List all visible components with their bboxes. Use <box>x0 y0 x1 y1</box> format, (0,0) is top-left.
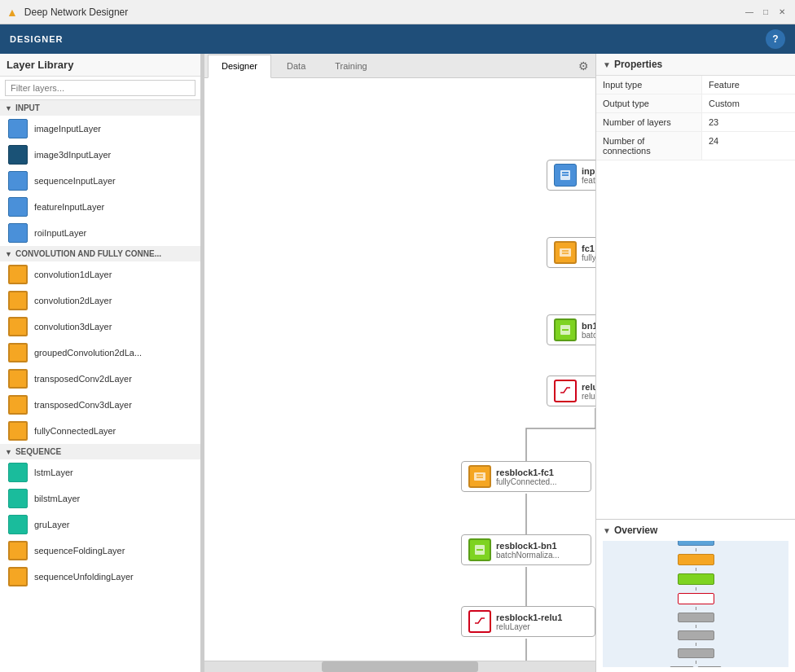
scrollbar-thumb[interactable] <box>322 661 478 672</box>
node-resblock1-fc1[interactable]: resblock1-fc1 fullyConnected... <box>461 461 591 492</box>
overview-triangle-icon: ▼ <box>603 526 611 535</box>
resblock1-fc1-node-icon <box>468 465 491 488</box>
tab-data[interactable]: Data <box>273 54 319 77</box>
sequenceUnfoldingLayer-icon <box>8 567 28 586</box>
transposedConv2dLayer-icon <box>8 369 28 389</box>
sidebar-item-gruLayer[interactable]: gruLayer <box>0 512 200 538</box>
properties-title: Properties <box>614 59 662 70</box>
bn1-node-type: batchNormaliza... <box>582 331 595 340</box>
section-sequence-label: SEQUENCE <box>15 447 61 456</box>
sidebar-item-sequenceUnfoldingLayer[interactable]: sequenceUnfoldingLayer <box>0 564 200 590</box>
tab-designer[interactable]: Designer <box>208 55 271 78</box>
sidebar-item-convolution3dLayer[interactable]: convolution3dLayer <box>0 314 200 340</box>
minimize-button[interactable]: — <box>743 6 756 19</box>
bn1-node-text: bn1 batchNormaliza... <box>582 321 595 340</box>
mini-node-3 <box>678 573 714 585</box>
properties-header: ▼ Properties <box>596 54 795 76</box>
prop-key-num-layers: Number of layers <box>596 113 702 131</box>
help-button[interactable]: ? <box>766 29 785 49</box>
main-toolbar: DESIGNER ? <box>0 24 795 54</box>
prop-key-input-type: Input type <box>596 76 702 94</box>
mini-row <box>670 666 722 668</box>
sidebar-item-transposedConv3dLayer[interactable]: transposedConv3dLayer <box>0 392 200 418</box>
maximize-button[interactable]: □ <box>759 6 772 19</box>
input-node-name: input <box>582 166 595 176</box>
mini-node-4 <box>678 593 714 604</box>
overview-canvas[interactable] <box>603 541 788 667</box>
imageInputLayer-label: imageInputLayer <box>34 124 101 134</box>
sidebar-section-sequence[interactable]: ▼ SEQUENCE <box>0 444 200 459</box>
convolution1dLayer-icon <box>8 265 28 284</box>
sidebar-item-groupedConvolution2dLa[interactable]: groupedConvolution2dLa... <box>0 340 200 366</box>
network-canvas[interactable]: input featureInputLayer fc1 fullyConnect… <box>204 78 595 661</box>
sequenceFoldingLayer-icon <box>8 541 28 560</box>
lstmLayer-label: lstmLayer <box>34 468 73 477</box>
fc1-node-icon <box>554 241 577 264</box>
mini-node-7 <box>678 648 714 658</box>
node-bn1[interactable]: bn1 batchNormaliza... <box>547 314 595 345</box>
sidebar-item-fullyConnectedLayer[interactable]: fullyConnectedLayer <box>0 418 200 444</box>
fc1-node-text: fc1 fullyConnected... <box>582 244 595 262</box>
resblock1-relu1-node-icon <box>468 610 491 633</box>
resblock1-relu1-node-name: resblock1-relu1 <box>496 613 588 622</box>
chevron-down-icon: ▼ <box>5 104 12 112</box>
convolution1dLayer-label: convolution1dLayer <box>34 270 112 279</box>
window-controls[interactable]: — □ ✕ <box>743 6 788 19</box>
fc1-node-type: fullyConnected... <box>582 253 595 262</box>
properties-table: Input type Feature Output type Custom Nu… <box>596 76 795 519</box>
node-relu1[interactable]: relu1 reluLayer <box>547 376 595 406</box>
mini-node-1 <box>678 541 714 546</box>
properties-triangle-icon: ▼ <box>603 60 611 69</box>
image3dInputLayer-icon <box>8 145 28 165</box>
sidebar-item-image3dInputLayer[interactable]: image3dInputLayer <box>0 142 200 168</box>
mini-line-1 <box>696 548 696 551</box>
image3dInputLayer-label: image3dInputLayer <box>34 150 111 160</box>
sidebar-item-convolution2dLayer[interactable]: convolution2dLayer <box>0 288 200 314</box>
prop-val-num-layers: 23 <box>702 113 795 131</box>
sidebar-section-convolution[interactable]: ▼ CONVOLUTION AND FULLY CONNE... <box>0 246 200 261</box>
relu1-node-icon <box>554 380 577 402</box>
sidebar-item-bilstmLayer[interactable]: bilstmLayer <box>0 485 200 512</box>
sidebar-item-sequenceFoldingLayer[interactable]: sequenceFoldingLayer <box>0 538 200 564</box>
sidebar-item-lstmLayer[interactable]: lstmLayer <box>0 459 200 485</box>
svg-rect-15 <box>474 472 485 481</box>
resblock1-bn1-node-name: resblock1-bn1 <box>496 541 584 551</box>
sidebar-item-roiInputLayer[interactable]: roiInputLayer <box>0 220 200 246</box>
search-input[interactable] <box>5 80 195 96</box>
resblock1-fc1-node-type: fullyConnected... <box>496 477 584 486</box>
lstmLayer-icon <box>8 463 28 482</box>
tab-training[interactable]: Training <box>321 54 380 77</box>
sidebar-header: Layer Library <box>0 54 200 77</box>
sidebar-item-convolution1dLayer[interactable]: convolution1dLayer <box>0 261 200 288</box>
close-button[interactable]: ✕ <box>775 6 788 19</box>
sidebar-section-input[interactable]: ▼ INPUT <box>0 100 200 116</box>
mini-line-5 <box>696 625 696 628</box>
sidebar-item-featureInputLayer[interactable]: featureInputLayer <box>0 194 200 220</box>
chevron-down-icon-conv: ▼ <box>5 250 12 258</box>
sidebar-item-imageInputLayer[interactable]: imageInputLayer <box>0 116 200 142</box>
layer-library-sidebar: Layer Library ▼ INPUT imageInputLayer im… <box>0 54 201 672</box>
transposedConv3dLayer-icon <box>8 395 28 415</box>
mini-line-4 <box>696 607 696 610</box>
gruLayer-label: gruLayer <box>34 520 69 529</box>
relu1-node-name: relu1 <box>582 382 595 392</box>
bilstmLayer-icon <box>8 489 28 508</box>
node-input[interactable]: input featureInputLayer <box>547 160 595 191</box>
gear-icon[interactable]: ⚙ <box>572 56 595 76</box>
title-bar: ▲ Deep Network Designer — □ ✕ <box>0 0 795 24</box>
resblock1-relu1-node-type: reluLayer <box>496 622 588 631</box>
fc1-node-name: fc1 <box>582 244 595 253</box>
chevron-down-icon-seq: ▼ <box>5 448 12 456</box>
overview-section: ▼ Overview <box>596 519 795 672</box>
mini-node-2 <box>678 554 714 565</box>
node-resblock1-bn1[interactable]: resblock1-bn1 batchNormaliza... <box>461 534 591 565</box>
canvas-inner: input featureInputLayer fc1 fullyConnect… <box>204 78 595 661</box>
mini-node-8b <box>697 666 722 668</box>
prop-val-num-connections: 24 <box>702 132 795 160</box>
node-resblock1-relu1[interactable]: resblock1-relu1 reluLayer <box>461 606 595 637</box>
node-fc1[interactable]: fc1 fullyConnected... <box>547 237 595 268</box>
sidebar-item-transposedConv2dLayer[interactable]: transposedConv2dLayer <box>0 366 200 392</box>
section-conv-label: CONVOLUTION AND FULLY CONNE... <box>15 249 161 258</box>
canvas-scrollbar[interactable] <box>204 661 595 672</box>
sidebar-item-sequenceInputLayer[interactable]: sequenceInputLayer <box>0 168 200 194</box>
